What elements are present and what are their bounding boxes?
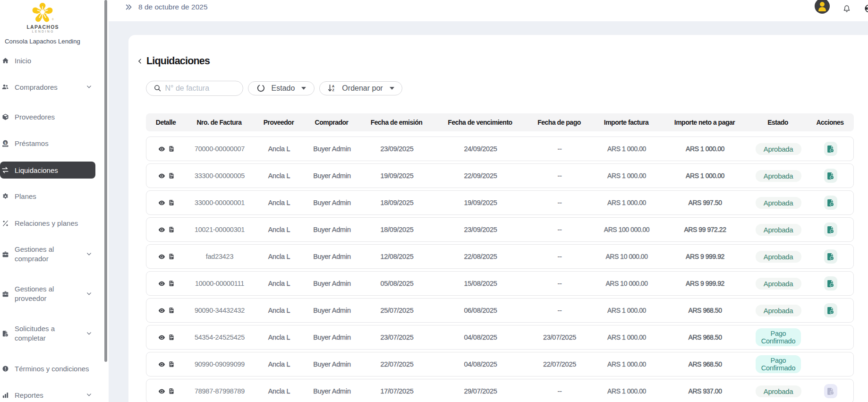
svg-text:A: A xyxy=(332,85,334,88)
svg-text:®: ® xyxy=(52,18,54,21)
svg-text:Z: Z xyxy=(332,88,335,92)
